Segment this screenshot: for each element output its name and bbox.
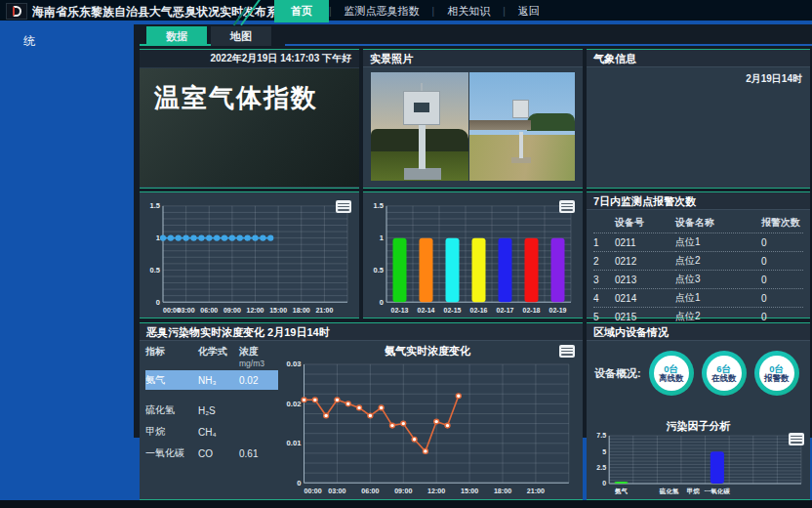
alarm-table-row: 10211点位10	[593, 233, 803, 252]
svg-text:0.02: 0.02	[287, 400, 302, 408]
greeting-body: 温室气体指数	[140, 68, 359, 187]
svg-text:21:00: 21:00	[315, 307, 333, 314]
svg-text:15:00: 15:00	[461, 487, 478, 494]
app-logo	[6, 3, 27, 20]
svg-text:2.5: 2.5	[596, 464, 606, 471]
svg-text:甲烷: 甲烷	[687, 487, 701, 494]
tab-data[interactable]: 数据	[146, 26, 207, 46]
tab-bar: 数据 地图	[146, 26, 271, 46]
svg-text:0.5: 0.5	[374, 266, 384, 275]
alarm-count-badge: 0台 报警数	[754, 351, 799, 396]
nav-item-odor-index[interactable]: 监测点恶臭指数	[332, 0, 432, 22]
svg-text:02-13: 02-13	[391, 307, 409, 314]
chart-menu-icon[interactable]	[336, 200, 351, 213]
index-trend-panel: 00.511.500:0003:0006:0009:0012:0015:0018…	[140, 191, 359, 318]
svg-text:02-17: 02-17	[497, 307, 514, 314]
alarm-panel-title: 7日内监测点报警次数	[587, 192, 810, 210]
col-formula: 化学式	[198, 345, 239, 359]
pollutant-row[interactable]: 甲烷CH₄	[145, 421, 278, 443]
daily-index-panel: 00.511.502-1302-1402-1502-1602-1702-1802…	[363, 191, 583, 318]
svg-text:7.5: 7.5	[596, 432, 606, 439]
pollutant-table: 指标 化学式 浓度 mg/m3 氨气NH₃0.02硫化氢H₂S甲烷CH₄一氧化碳…	[145, 345, 278, 464]
svg-text:02-15: 02-15	[444, 307, 462, 314]
offline-count-badge: 0台 离线数	[649, 351, 694, 396]
devices-panel-title: 区域内设备情况	[587, 323, 810, 341]
svg-text:00:00: 00:00	[304, 487, 322, 494]
svg-text:氨气: 氨气	[614, 487, 629, 494]
svg-text:09:00: 09:00	[223, 307, 241, 314]
svg-text:02-19: 02-19	[549, 307, 567, 314]
overview-label: 设备概况:	[594, 366, 641, 381]
svg-text:18:00: 18:00	[494, 487, 511, 494]
nh3-chart-title: 氨气实时浓度变化	[278, 343, 577, 359]
svg-text:0: 0	[602, 480, 606, 487]
sidebar: 统	[0, 24, 134, 508]
pollutant-row[interactable]: 氨气NH₃0.02	[145, 370, 278, 390]
alarm-table-row: 20212点位20	[593, 252, 803, 271]
weather-panel-title: 气象信息	[587, 50, 810, 67]
svg-text:1: 1	[156, 233, 160, 242]
svg-text:03:00: 03:00	[178, 307, 195, 314]
pollutant-row[interactable]: 硫化氢H₂S	[145, 400, 278, 421]
nav-item-back[interactable]: 返回	[506, 0, 552, 22]
svg-text:0: 0	[297, 479, 301, 487]
col-indicator: 指标	[145, 345, 198, 359]
svg-text:12:00: 12:00	[427, 487, 445, 494]
greeting-panel: 2022年2月19日 14:17:03 下午好 温室气体指数	[140, 49, 359, 189]
svg-text:1.5: 1.5	[374, 201, 384, 210]
col-alarm-count: 报警次数	[761, 214, 803, 233]
station-photo-field	[469, 72, 575, 181]
chart-menu-icon[interactable]	[789, 433, 804, 445]
main-nav: 首页 | 监测点恶臭指数 | 相关知识 | 返回	[274, 0, 552, 22]
col-device-id: 设备号	[615, 214, 675, 233]
bottom-edge	[0, 500, 812, 508]
station-photo-dusk	[371, 72, 468, 181]
photos-panel: 实景照片	[363, 49, 583, 189]
svg-text:09:00: 09:00	[394, 487, 412, 494]
pollutant-panel-title: 恶臭污染物实时浓度变化 2月19日14时	[140, 323, 583, 341]
pollutant-panel: 恶臭污染物实时浓度变化 2月19日14时 指标 化学式 浓度 mg/m3 氨气N…	[140, 322, 583, 500]
alarm-table-row: 30213点位30	[593, 271, 803, 289]
nav-item-knowledge[interactable]: 相关知识	[434, 0, 503, 22]
tab-map[interactable]: 地图	[211, 26, 271, 46]
col-device-name: 设备名称	[675, 214, 761, 233]
decorative-divider	[285, 44, 812, 46]
svg-text:12:00: 12:00	[247, 307, 264, 314]
sidebar-title-overflow: 统	[0, 24, 134, 50]
svg-text:06:00: 06:00	[361, 487, 379, 494]
svg-text:18:00: 18:00	[293, 307, 310, 314]
svg-text:1.5: 1.5	[150, 201, 160, 210]
nav-item-home[interactable]: 首页	[274, 0, 329, 22]
datetime-greeting: 2022年2月19日 14:17:03 下午好	[140, 50, 359, 67]
alarm-table-row: 40214点位10	[593, 289, 803, 308]
nh3-chart-area: 氨气实时浓度变化 00.010.020.0300:0003:0006:0009:…	[278, 343, 577, 495]
svg-text:硫化氢: 硫化氢	[659, 487, 679, 494]
svg-text:02-18: 02-18	[523, 307, 541, 314]
unit-label: mg/m3	[239, 359, 278, 368]
svg-text:03:00: 03:00	[328, 487, 345, 494]
chart-menu-icon[interactable]	[559, 345, 575, 358]
col-concentration: 浓度 mg/m3	[239, 345, 278, 368]
svg-text:06:00: 06:00	[200, 307, 218, 314]
online-count-badge: 6台 在线数	[702, 351, 747, 396]
svg-text:一氧化碳: 一氧化碳	[705, 487, 731, 494]
svg-text:5: 5	[602, 448, 606, 455]
svg-text:0: 0	[380, 298, 384, 307]
svg-text:1: 1	[380, 233, 384, 242]
pollution-factor-bar-chart: 02.557.5氨气硫化氢甲烷一氧化碳	[589, 432, 807, 494]
greenhouse-index-line-chart: 00.511.500:0003:0006:0009:0012:0015:0018…	[143, 196, 355, 316]
chart-menu-icon[interactable]	[559, 200, 575, 213]
weather-timestamp: 2月19日14时	[746, 72, 802, 86]
svg-text:0.5: 0.5	[150, 266, 160, 275]
nh3-trend-line-chart: 00.010.020.0300:0003:0006:0009:0012:0015…	[278, 360, 577, 495]
device-overview: 设备概况: 0台 离线数 6台 在线数 0台 报警数	[592, 351, 806, 396]
pollutant-row[interactable]: 一氧化碳CO0.61	[145, 443, 278, 464]
svg-text:15:00: 15:00	[269, 307, 287, 314]
top-bar: 海南省乐东黎族自治县大气恶臭状况实时发布系 首页 | 监测点恶臭指数 | 相关知…	[0, 0, 812, 22]
svg-text:0.03: 0.03	[287, 360, 302, 369]
greenhouse-index-headline: 温室气体指数	[140, 68, 359, 115]
svg-text:0: 0	[156, 298, 160, 307]
pollutant-table-header: 指标 化学式 浓度 mg/m3	[145, 345, 278, 368]
dashboard-root: 海南省乐东黎族自治县大气恶臭状况实时发布系 首页 | 监测点恶臭指数 | 相关知…	[0, 0, 812, 508]
svg-text:02-14: 02-14	[418, 307, 435, 314]
